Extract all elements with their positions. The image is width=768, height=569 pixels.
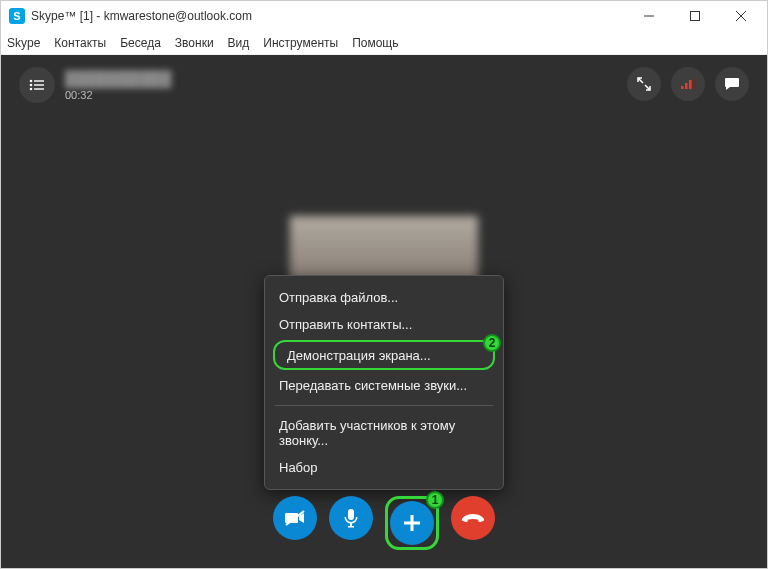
annotation-badge-2: 2 — [483, 334, 501, 352]
maximize-button[interactable] — [681, 6, 709, 26]
menu-add-people[interactable]: Добавить участников к этому звонку... — [265, 412, 503, 454]
svg-rect-7 — [34, 84, 44, 85]
svg-rect-16 — [404, 522, 420, 525]
plus-menu-popup: Отправка файлов... Отправить контакты...… — [264, 275, 504, 490]
menu-separator — [275, 405, 493, 406]
mute-toggle-button[interactable] — [329, 496, 373, 540]
svg-rect-9 — [34, 88, 44, 89]
menu-view[interactable]: Вид — [228, 36, 250, 50]
window-title: Skype™ [1] - kmwarestone@outlook.com — [31, 9, 635, 23]
top-controls: ██████████ 00:32 — [1, 67, 767, 103]
menu-skype[interactable]: Skype — [7, 36, 40, 50]
svg-rect-1 — [691, 12, 700, 21]
annotation-badge-1: 1 — [426, 491, 444, 509]
call-buttons: 1 — [273, 496, 495, 550]
hangup-button[interactable] — [451, 496, 495, 540]
menu-dialpad[interactable]: Набор — [265, 454, 503, 481]
call-duration: 00:32 — [65, 89, 171, 101]
menu-help[interactable]: Помощь — [352, 36, 398, 50]
menu-share-screen-label: Демонстрация экрана... — [287, 348, 431, 363]
minimize-button[interactable] — [635, 6, 663, 26]
svg-rect-5 — [34, 80, 44, 81]
menu-send-contacts[interactable]: Отправить контакты... — [265, 311, 503, 338]
svg-point-6 — [30, 84, 33, 87]
titlebar: S Skype™ [1] - kmwarestone@outlook.com — [1, 1, 767, 31]
menu-contacts[interactable]: Контакты — [54, 36, 106, 50]
chat-button[interactable] — [715, 67, 749, 101]
menubar: Skype Контакты Беседа Звонки Вид Инструм… — [1, 31, 767, 55]
menu-share-sounds[interactable]: Передавать системные звуки... — [265, 372, 503, 399]
menu-share-screen[interactable]: Демонстрация экрана... 2 — [273, 340, 495, 370]
video-toggle-button[interactable] — [273, 496, 317, 540]
menu-calls[interactable]: Звонки — [175, 36, 214, 50]
plus-button[interactable] — [390, 501, 434, 545]
call-info: ██████████ 00:32 — [19, 67, 171, 103]
top-right-controls — [627, 67, 749, 101]
call-menu-button[interactable] — [19, 67, 55, 103]
skype-logo-icon: S — [9, 8, 25, 24]
call-area: ██████████ 00:32 Отправка файлов... Отпр… — [1, 55, 767, 568]
menu-send-files[interactable]: Отправка файлов... — [265, 284, 503, 311]
menu-conversation[interactable]: Беседа — [120, 36, 161, 50]
svg-rect-13 — [693, 78, 696, 89]
svg-rect-12 — [689, 80, 692, 89]
close-button[interactable] — [727, 6, 755, 26]
svg-point-8 — [30, 88, 33, 91]
svg-rect-11 — [685, 83, 688, 89]
name-area: ██████████ 00:32 — [65, 70, 171, 101]
signal-button[interactable] — [671, 67, 705, 101]
svg-rect-10 — [681, 86, 684, 89]
fullscreen-button[interactable] — [627, 67, 661, 101]
plus-button-highlight: 1 — [385, 496, 439, 550]
svg-point-4 — [30, 80, 33, 83]
window-controls — [635, 6, 755, 26]
contact-name: ██████████ — [65, 70, 171, 87]
app-window: S Skype™ [1] - kmwarestone@outlook.com S… — [0, 0, 768, 569]
menu-tools[interactable]: Инструменты — [263, 36, 338, 50]
